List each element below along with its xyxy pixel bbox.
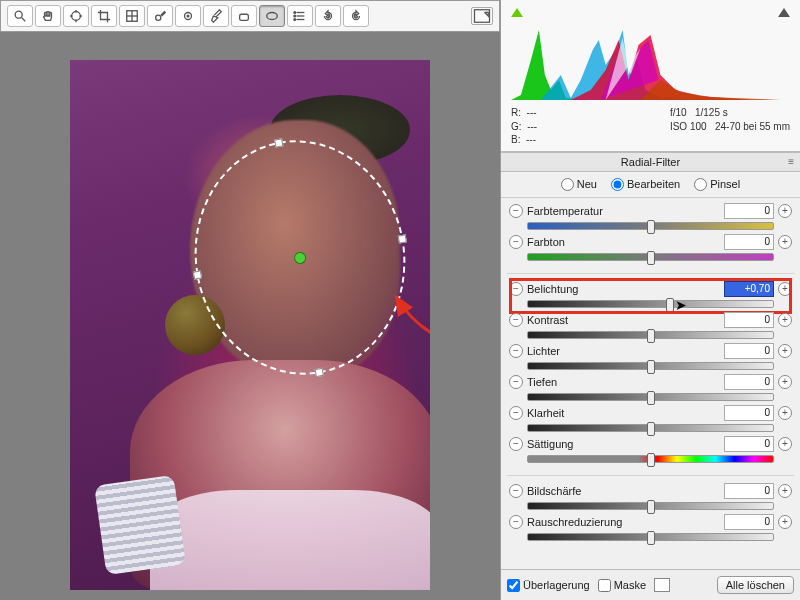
tool-crop[interactable]: [91, 5, 117, 27]
tool-zoom[interactable]: [7, 5, 33, 27]
mode-brush[interactable]: Pinsel: [694, 178, 740, 191]
tool-ruler[interactable]: [119, 5, 145, 27]
tool-hand[interactable]: [35, 5, 61, 27]
value-lichter[interactable]: 0: [724, 343, 774, 359]
value-belichtung[interactable]: +0,70: [724, 281, 774, 297]
track-belichtung[interactable]: ➤: [527, 300, 774, 308]
tool-sample[interactable]: [147, 5, 173, 27]
photo-preview: [70, 60, 430, 590]
track-tiefen[interactable]: [527, 393, 774, 401]
adjustment-sliders: −Farbtemperatur0+−Farbton0+−Belichtung+0…: [501, 198, 800, 570]
value-farbtemperatur[interactable]: 0: [724, 203, 774, 219]
panel-menu-icon[interactable]: ≡: [788, 156, 794, 167]
thumb-saettigung[interactable]: [647, 453, 655, 467]
overlay-checkbox[interactable]: Überlagerung: [507, 579, 590, 592]
tool-brush[interactable]: [203, 5, 229, 27]
minus-rauschreduzierung[interactable]: −: [509, 515, 523, 529]
thumb-kontrast[interactable]: [647, 329, 655, 343]
track-rauschreduzierung[interactable]: [527, 533, 774, 541]
highlight-clip-indicator[interactable]: [778, 8, 790, 17]
thumb-tiefen[interactable]: [647, 391, 655, 405]
value-klarheit[interactable]: 0: [724, 405, 774, 421]
tool-target[interactable]: [63, 5, 89, 27]
fullscreen-button[interactable]: [471, 7, 493, 25]
plus-bildschaerfe[interactable]: +: [778, 484, 792, 498]
label-bildschaerfe: Bildschärfe: [527, 485, 720, 497]
plus-lichter[interactable]: +: [778, 344, 792, 358]
track-bildschaerfe[interactable]: [527, 502, 774, 510]
plus-kontrast[interactable]: +: [778, 313, 792, 327]
value-kontrast[interactable]: 0: [724, 312, 774, 328]
plus-rauschreduzierung[interactable]: +: [778, 515, 792, 529]
tool-eraser[interactable]: [231, 5, 257, 27]
label-kontrast: Kontrast: [527, 314, 720, 326]
value-saettigung[interactable]: 0: [724, 436, 774, 452]
label-rauschreduzierung: Rauschreduzierung: [527, 516, 720, 528]
plus-klarheit[interactable]: +: [778, 406, 792, 420]
value-bildschaerfe[interactable]: 0: [724, 483, 774, 499]
panel-footer: Überlagerung Maske Alle löschen: [501, 569, 800, 600]
exif-shutter: 1/125 s: [695, 107, 728, 118]
thumb-bildschaerfe[interactable]: [647, 500, 655, 514]
track-klarheit[interactable]: [527, 424, 774, 432]
clear-all-button[interactable]: Alle löschen: [717, 576, 794, 594]
radial-handle-right[interactable]: [398, 234, 407, 243]
radial-filter-overlay[interactable]: [176, 124, 424, 392]
plus-saettigung[interactable]: +: [778, 437, 792, 451]
tool-rotate-cw[interactable]: [343, 5, 369, 27]
slider-klarheit: −Klarheit0+: [507, 404, 794, 435]
slider-tiefen: −Tiefen0+: [507, 373, 794, 404]
plus-tiefen[interactable]: +: [778, 375, 792, 389]
minus-bildschaerfe[interactable]: −: [509, 484, 523, 498]
track-kontrast[interactable]: [527, 331, 774, 339]
radial-handle-left[interactable]: [193, 270, 202, 279]
thumb-belichtung[interactable]: [666, 298, 674, 312]
thumb-farbtemperatur[interactable]: [647, 220, 655, 234]
minus-tiefen[interactable]: −: [509, 375, 523, 389]
shadow-clip-indicator[interactable]: [511, 8, 523, 17]
minus-saettigung[interactable]: −: [509, 437, 523, 451]
radial-center-pin[interactable]: [293, 251, 307, 265]
track-farbtemperatur[interactable]: [527, 222, 774, 230]
thumb-rauschreduzierung[interactable]: [647, 531, 655, 545]
slider-kontrast: −Kontrast0+: [507, 311, 794, 342]
plus-farbton[interactable]: +: [778, 235, 792, 249]
slider-saettigung: −Sättigung0+: [507, 435, 794, 466]
value-tiefen[interactable]: 0: [724, 374, 774, 390]
mask-checkbox[interactable]: Maske: [598, 579, 646, 592]
tool-list[interactable]: [287, 5, 313, 27]
mode-edit[interactable]: Bearbeiten: [611, 178, 680, 191]
minus-lichter[interactable]: −: [509, 344, 523, 358]
mask-color-swatch[interactable]: [654, 578, 670, 592]
thumb-farbton[interactable]: [647, 251, 655, 265]
label-saettigung: Sättigung: [527, 438, 720, 450]
minus-kontrast[interactable]: −: [509, 313, 523, 327]
value-rauschreduzierung[interactable]: 0: [724, 514, 774, 530]
tool-rotate-ccw[interactable]: [315, 5, 341, 27]
svg-point-12: [187, 15, 189, 17]
label-tiefen: Tiefen: [527, 376, 720, 388]
radial-handle-top[interactable]: [274, 138, 283, 147]
tool-retouch[interactable]: [175, 5, 201, 27]
exif-lens: 24-70 bei 55 mm: [715, 121, 790, 132]
channel-b-label: B:: [511, 134, 520, 145]
minus-farbton[interactable]: −: [509, 235, 523, 249]
svg-point-0: [15, 11, 22, 18]
slider-farbton: −Farbton0+: [507, 233, 794, 264]
track-lichter[interactable]: [527, 362, 774, 370]
channel-b-value: ---: [526, 134, 536, 145]
minus-klarheit[interactable]: −: [509, 406, 523, 420]
radial-handle-bottom[interactable]: [315, 368, 324, 377]
image-canvas[interactable]: [0, 32, 500, 600]
minus-farbtemperatur[interactable]: −: [509, 204, 523, 218]
track-farbton[interactable]: [527, 253, 774, 261]
tool-radial[interactable]: [259, 5, 285, 27]
track-saettigung[interactable]: [527, 455, 774, 463]
mode-new[interactable]: Neu: [561, 178, 597, 191]
value-farbton[interactable]: 0: [724, 234, 774, 250]
thumb-klarheit[interactable]: [647, 422, 655, 436]
plus-farbtemperatur[interactable]: +: [778, 204, 792, 218]
minus-belichtung[interactable]: −: [509, 282, 523, 296]
thumb-lichter[interactable]: [647, 360, 655, 374]
plus-belichtung[interactable]: +: [778, 282, 792, 296]
